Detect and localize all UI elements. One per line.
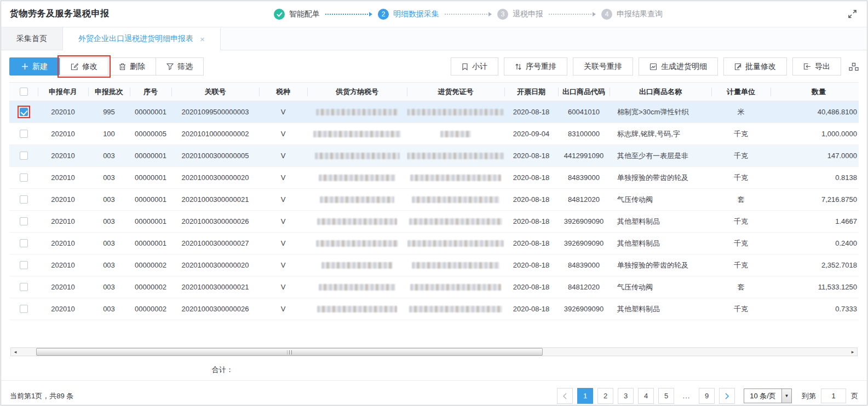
export-button[interactable]: 导出 <box>792 57 841 76</box>
step-smart-matching: 智能配单 <box>274 9 323 20</box>
col-header-unit[interactable]: 计量单位 <box>711 83 771 101</box>
step-label: 智能配单 <box>289 9 320 19</box>
reorder-seq-button[interactable]: 序号重排 <box>504 57 567 76</box>
col-header-supplier-tax-no[interactable]: 供货方纳税号 <box>307 83 407 101</box>
goto-prefix-label: 到第 <box>802 391 816 401</box>
redacted-supplier-tax-no <box>313 131 401 137</box>
col-header-quantity[interactable]: 数量 <box>771 83 859 101</box>
col-header-commodity-name[interactable]: 出口商品名称 <box>610 83 711 101</box>
pagination: 12345...9 10 条/页 ▼ 到第 页 <box>557 388 858 404</box>
page-button-4[interactable]: 4 <box>638 388 654 404</box>
tab-purchase-detail-form[interactable]: 外贸企业出口退税进货明细申报表 × <box>63 28 221 50</box>
table-empty-space <box>1 320 867 347</box>
edit-icon <box>71 63 78 71</box>
step-refund-declare: 3 退税申报 <box>497 9 547 20</box>
goto-page-input[interactable] <box>821 388 846 403</box>
goto-suffix-label: 页 <box>851 391 858 401</box>
row-checkbox[interactable] <box>20 261 28 269</box>
page-button-3[interactable]: 3 <box>618 388 634 404</box>
goto-page: 到第 页 <box>802 388 858 403</box>
filter-button[interactable]: 筛选 <box>156 57 204 76</box>
table-row[interactable]: 202010 003 00000002 20201000300000021 V … <box>9 276 859 298</box>
step-number: 2 <box>378 9 389 20</box>
chevron-left-icon <box>562 393 567 399</box>
col-header-voucher-no[interactable]: 进货凭证号 <box>407 83 504 101</box>
row-checkbox[interactable] <box>20 217 28 225</box>
row-checkbox[interactable] <box>20 130 28 138</box>
generate-detail-button[interactable]: 生成进货明细 <box>639 57 718 76</box>
col-header-assoc-no[interactable]: 关联号 <box>171 83 259 101</box>
page-button-2[interactable]: 2 <box>597 388 613 404</box>
bookmark-icon <box>462 63 468 71</box>
new-button[interactable]: 新建 <box>9 57 60 76</box>
scrollbar-thumb[interactable] <box>36 348 543 356</box>
table-row[interactable]: 202010 003 00000001 20201000300000027 V … <box>9 233 859 254</box>
step-detail-collection: 2 明细数据采集 <box>378 9 442 20</box>
page-buttons: 12345...9 <box>577 388 715 404</box>
col-header-declare-batch[interactable]: 申报批次 <box>88 83 130 101</box>
row-checkbox[interactable] <box>20 195 28 204</box>
page-size-value: 10 条/页 <box>744 389 781 403</box>
batch-modify-button[interactable]: 批量修改 <box>723 57 787 76</box>
scroll-right-arrow[interactable]: ▸ <box>848 348 857 356</box>
table-row[interactable]: 202010 003 00000002 20201000300000020 V … <box>9 254 859 276</box>
col-header-tax-type[interactable]: 税种 <box>259 83 307 101</box>
col-header-commodity-code[interactable]: 出口商品代码 <box>558 83 610 101</box>
page-button-9[interactable]: 9 <box>699 388 715 404</box>
prev-page-button[interactable] <box>557 388 573 404</box>
col-header-seq[interactable]: 序号 <box>130 83 171 101</box>
table-row[interactable]: 202010 003 00000002 20201000300000026 V … <box>9 298 859 320</box>
app-window: 货物劳务及服务退税申报 智能配单 2 明细数据采集 3 退税申报 4 申报结果查 <box>1 1 867 405</box>
scrollbar-grip <box>287 350 292 355</box>
reorder-assoc-button[interactable]: 关联号重排 <box>573 57 633 76</box>
step-connector <box>549 12 596 16</box>
table-row[interactable]: 202010 100 00000005 20201010000000002 V … <box>9 123 859 145</box>
tab-label: 外贸企业出口退税进货明细申报表 <box>78 34 193 44</box>
annotation-highlight-box <box>20 108 28 116</box>
data-table: 申报年月 申报批次 序号 关联号 税种 供货方纳税号 进货凭证号 开票日期 出口… <box>9 82 859 320</box>
table-row[interactable]: 202010 003 00000001 20201000300000021 V … <box>9 189 859 211</box>
table-header-row: 申报年月 申报批次 序号 关联号 税种 供货方纳税号 进货凭证号 开票日期 出口… <box>9 83 859 101</box>
page-size-select[interactable]: 10 条/页 ▼ <box>744 388 792 403</box>
toolbar-left-group: 新建 修改 删除 筛选 <box>9 57 204 76</box>
chevron-right-icon <box>725 393 729 399</box>
step-result-query: 4 申报结果查询 <box>601 9 666 20</box>
scroll-left-arrow[interactable]: ◂ <box>11 348 20 356</box>
fullscreen-icon[interactable] <box>846 8 858 20</box>
redacted-voucher-no <box>410 175 501 181</box>
modify-button[interactable]: 修改 <box>60 57 108 76</box>
row-checkbox[interactable] <box>20 239 28 247</box>
col-header-declare-ym[interactable]: 申报年月 <box>38 83 88 101</box>
table-row[interactable]: 202010 003 00000001 20201000300000026 V … <box>9 211 859 233</box>
chevron-down-icon[interactable]: ▼ <box>781 389 791 403</box>
redacted-supplier-tax-no <box>315 153 400 159</box>
page-button-1[interactable]: 1 <box>577 388 593 404</box>
button-label: 生成进货明细 <box>661 62 707 72</box>
delete-button[interactable]: 删除 <box>108 57 156 76</box>
step-label: 退税申报 <box>513 9 543 19</box>
row-checkbox[interactable] <box>20 283 28 291</box>
table-row[interactable]: 202010 995 00000001 20201099500000003 V … <box>9 101 859 123</box>
redacted-voucher-no <box>407 240 504 247</box>
row-checkbox[interactable] <box>20 152 28 160</box>
page-info: 当前第1页，共89 条 <box>10 391 73 401</box>
horizontal-scrollbar[interactable]: ◂ ▸ <box>10 347 858 356</box>
filter-icon <box>166 63 174 70</box>
next-page-button[interactable] <box>719 388 735 404</box>
col-header-invoice-date[interactable]: 开票日期 <box>504 83 558 101</box>
redacted-voucher-no <box>412 262 499 269</box>
page-button-5[interactable]: 5 <box>658 388 674 404</box>
step-label: 明细数据采集 <box>393 9 439 19</box>
table-row[interactable]: 202010 003 00000001 20201000300000020 V … <box>9 167 859 189</box>
select-all-checkbox[interactable] <box>20 88 28 96</box>
columns-settings-icon[interactable] <box>849 62 859 71</box>
toolbar: 新建 修改 删除 筛选 小计 <box>1 50 867 82</box>
close-icon[interactable]: × <box>200 35 205 43</box>
tab-collect-home[interactable]: 采集首页 <box>1 27 63 50</box>
subtotal-button[interactable]: 小计 <box>451 57 498 76</box>
page-ellipsis: ... <box>679 388 694 404</box>
row-checkbox[interactable] <box>20 305 28 313</box>
row-checkbox[interactable] <box>20 108 28 116</box>
table-row[interactable]: 202010 003 00000001 20201000300000005 V … <box>9 145 859 167</box>
row-checkbox[interactable] <box>20 173 28 182</box>
